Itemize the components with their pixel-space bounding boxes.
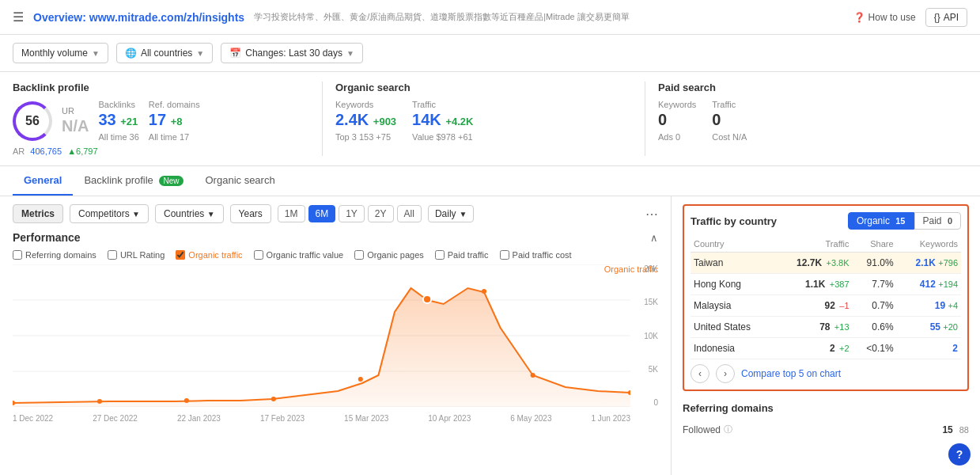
followed-label: Followed ⓘ <box>683 424 732 435</box>
tab-general[interactable]: General <box>13 166 73 196</box>
metrics-button[interactable]: Metrics <box>13 204 63 223</box>
chevron-down-icon: ▼ <box>196 49 204 58</box>
time-6m-button[interactable]: 6M <box>308 205 336 222</box>
table-row: Hong Kong 1.1K +387 7.7% 412 +194 <box>691 274 961 295</box>
help-button[interactable]: ? <box>948 443 971 466</box>
chart-svg <box>13 264 630 407</box>
checkbox-referring-domains[interactable]: Referring domains <box>13 250 96 260</box>
country-cell: Taiwan <box>691 253 774 274</box>
next-page-button[interactable]: › <box>716 364 735 383</box>
followed-row: Followed ⓘ 15 88 <box>683 420 969 439</box>
svg-point-10 <box>423 295 431 303</box>
backlink-section: Backlink profile 56 UR N/A Backlinks 33 … <box>13 82 323 156</box>
country-cell: Malaysia <box>691 295 774 317</box>
checkbox-organic-pages[interactable]: Organic pages <box>354 250 424 260</box>
traffic-cell: 12.7K +3.8K <box>774 253 853 274</box>
compare-link[interactable]: Compare top 5 on chart <box>741 368 841 379</box>
tab-paid-traffic[interactable]: Paid 0 <box>914 212 962 230</box>
table-row: Indonesia 2 +2 <0.1% 2 <box>691 338 961 359</box>
traffic-cell: 92 –1 <box>774 295 853 317</box>
performance-title: Performance <box>13 231 81 244</box>
left-panel: Metrics Competitors ▼ Countries ▼ Years … <box>0 196 672 475</box>
more-options-icon[interactable]: ⋯ <box>645 207 658 222</box>
tab-organic-traffic[interactable]: Organic 15 <box>848 212 914 230</box>
chevron-down-icon: ▼ <box>207 210 215 218</box>
changes-filter[interactable]: 📅 Changes: Last 30 days ▼ <box>221 43 363 63</box>
chevron-down-icon: ▼ <box>132 210 140 218</box>
menu-icon[interactable]: ☰ <box>13 10 24 25</box>
years-button[interactable]: Years <box>230 204 271 223</box>
traffic-section-header-row: Traffic by country Organic 15 Paid 0 <box>691 212 961 236</box>
chevron-down-icon: ▼ <box>346 49 354 58</box>
right-panel: Traffic by country Organic 15 Paid 0 Cou… <box>672 196 980 475</box>
keywords-cell: 412 +194 <box>897 274 961 295</box>
traffic-cell: 78 +13 <box>774 317 853 338</box>
organic-keywords-metric: Keywords 2.4K +903 Top 3 153 +75 <box>335 100 396 142</box>
tab-organic-search[interactable]: Organic search <box>195 166 286 196</box>
checkbox-paid-traffic-cost[interactable]: Paid traffic cost <box>500 250 572 260</box>
performance-header: Performance ∧ <box>13 231 658 244</box>
prev-page-button[interactable]: ‹ <box>691 364 709 383</box>
checkbox-url-rating[interactable]: URL Rating <box>108 250 165 260</box>
table-row: Malaysia 92 –1 0.7% 19 +4 <box>691 295 961 317</box>
filter-bar: Monthly volume ▼ 🌐 All countries ▼ 📅 Cha… <box>0 35 980 72</box>
table-row: Taiwan 12.7K +3.8K 91.0% 2.1K +796 <box>691 253 961 274</box>
volume-filter[interactable]: Monthly volume ▼ <box>13 43 108 63</box>
col-traffic: Traffic <box>774 236 853 253</box>
organic-search-section: Organic search Keywords 2.4K +903 Top 3 … <box>323 82 645 156</box>
api-button[interactable]: {} API <box>925 8 967 27</box>
share-cell: <0.1% <box>853 338 897 359</box>
y-axis-labels: 20K 15K 10K 5K 0 <box>634 264 658 407</box>
backlink-title: Backlink profile <box>13 82 309 93</box>
performance-controls: Referring domains URL Rating Organic tra… <box>13 250 658 260</box>
paid-keywords-metric: Keywords 0 Ads 0 <box>658 100 696 142</box>
globe-icon: 🌐 <box>125 48 137 59</box>
collapse-icon[interactable]: ∧ <box>650 232 658 244</box>
traffic-cell: 2 +2 <box>774 338 853 359</box>
keywords-cell: 55 +20 <box>897 317 961 338</box>
time-2y-button[interactable]: 2Y <box>368 205 394 222</box>
chart-area: Organic traffic 20K 15K 10K 5K 0 <box>13 264 658 423</box>
svg-point-9 <box>358 377 363 382</box>
organic-search-title: Organic search <box>335 82 632 93</box>
traffic-section-title: Traffic by country <box>691 215 777 227</box>
keywords-cell: 2.1K +796 <box>897 253 961 274</box>
api-icon: {} <box>934 12 940 23</box>
ur-metric: UR N/A <box>62 106 89 135</box>
main-content: Metrics Competitors ▼ Countries ▼ Years … <box>0 196 980 475</box>
traffic-by-country-box: Traffic by country Organic 15 Paid 0 Cou… <box>683 204 969 391</box>
checkbox-organic-traffic-value[interactable]: Organic traffic value <box>254 250 344 260</box>
country-cell: Hong Kong <box>691 274 774 295</box>
time-all-button[interactable]: All <box>397 205 422 222</box>
tab-backlink-profile[interactable]: Backlink profile New <box>73 166 194 196</box>
col-keywords: Keywords <box>897 236 961 253</box>
backlinks-metric: Backlinks 33 +21 All time 36 <box>98 100 138 142</box>
checkbox-organic-traffic[interactable]: Organic traffic <box>176 250 242 260</box>
country-cell: Indonesia <box>691 338 774 359</box>
table-row: United States 78 +13 0.6% 55 +20 <box>691 317 961 338</box>
followed-values: 15 88 <box>942 424 969 435</box>
paid-traffic-metric: Traffic 0 Cost N/A <box>712 100 747 142</box>
checkbox-paid-traffic[interactable]: Paid traffic <box>435 250 489 260</box>
countries-filter[interactable]: 🌐 All countries ▼ <box>116 43 213 63</box>
ref-domains-metric: Ref. domains 17 +8 All time 17 <box>149 100 200 142</box>
daily-button[interactable]: Daily ▼ <box>428 205 475 222</box>
overview-panel: Backlink profile 56 UR N/A Backlinks 33 … <box>0 72 980 166</box>
keywords-cell: 2 <box>897 338 961 359</box>
chevron-down-icon: ▼ <box>460 210 467 218</box>
referring-domains-title: Referring domains <box>683 402 969 414</box>
time-1m-button[interactable]: 1M <box>278 205 305 222</box>
how-to-use-link[interactable]: ❓ How to use <box>853 12 916 23</box>
organic-traffic-metric: Traffic 14K +4.2K Value $978 +61 <box>412 100 473 142</box>
paid-search-title: Paid search <box>658 82 955 93</box>
svg-point-8 <box>271 397 276 401</box>
time-1y-button[interactable]: 1Y <box>339 205 365 222</box>
page-title: Overview: www.mitrade.com/zh/insights <box>33 11 244 24</box>
competitors-button[interactable]: Competitors ▼ <box>70 204 149 223</box>
question-icon: ❓ <box>853 12 865 23</box>
country-cell: United States <box>691 317 774 338</box>
country-table: Country Traffic Share Keywords Taiwan 12… <box>691 236 961 359</box>
countries-button[interactable]: Countries ▼ <box>155 204 224 223</box>
ar-row: AR 406,765 ▲6,797 <box>13 146 309 156</box>
share-cell: 0.7% <box>853 295 897 317</box>
